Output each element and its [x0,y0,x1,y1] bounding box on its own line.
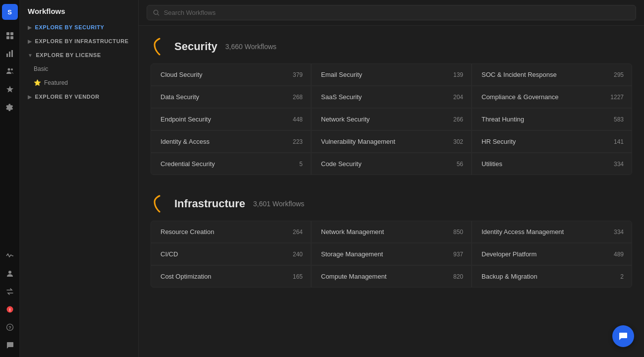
category-name: SOC & Incident Response [482,71,557,78]
category-item[interactable]: Vulnerability Management302 [312,131,471,152]
security-section-icon [151,38,168,56]
category-name: Data Security [161,93,199,101]
sidebar-section-license-label: EXPLORE BY LICENSE [36,52,101,58]
category-item[interactable]: Developer Platform489 [472,243,632,265]
category-item[interactable]: Email Security139 [312,64,471,85]
activity-icon[interactable] [2,248,18,264]
svg-point-11 [8,271,11,274]
svg-text:?: ? [8,325,11,330]
category-name: Resource Creation [161,228,214,236]
category-count: 2 [620,273,624,280]
category-item[interactable]: Code Security56 [312,153,471,175]
chat-nav-icon[interactable] [2,337,18,353]
category-name: Storage Management [321,250,383,258]
category-count: 379 [293,71,303,78]
category-item[interactable]: Utilities334 [472,153,632,175]
category-count: 268 [293,94,303,101]
category-item[interactable]: Network Security266 [312,109,471,130]
svg-rect-5 [9,52,10,57]
sidebar-explore-by-vendor[interactable]: ▶ EXPLORE BY VENDOR [20,90,138,104]
help-icon[interactable]: ? [2,319,18,335]
settings-nav-icon[interactable] [2,99,18,115]
chat-fab-icon [618,331,628,341]
svg-rect-6 [11,50,13,57]
category-item[interactable]: Credential Security5 [151,153,311,175]
search-bar [139,0,644,26]
category-count: 5 [299,161,303,168]
category-name: HR Security [482,138,516,145]
category-count: 165 [293,273,303,280]
search-wrapper[interactable] [147,5,636,20]
category-count: 583 [614,116,624,123]
sidebar-section-license: ▼ EXPLORE BY LICENSE Basic ⭐ Featured [20,48,138,90]
category-item[interactable]: Threat Hunting583 [472,109,632,130]
category-item[interactable]: Resource Creation264 [151,221,311,242]
content-scroll[interactable]: Security 3,660 Workflows Cloud Security3… [139,26,644,357]
security-section: Security 3,660 Workflows Cloud Security3… [151,38,632,175]
sidebar-explore-by-security[interactable]: ▶ EXPLORE BY SECURITY [20,20,138,34]
svg-rect-3 [10,36,13,39]
chat-fab-button[interactable] [612,325,634,347]
star-nav-icon[interactable] [2,81,18,97]
category-item[interactable]: Network Management850 [312,221,471,242]
sidebar-section-security-label: EXPLORE BY SECURITY [35,24,105,30]
svg-rect-1 [10,32,13,35]
star-featured-icon: ⭐ [34,79,41,86]
alert-icon[interactable]: ! [2,301,18,317]
people-icon[interactable] [2,63,18,79]
chart-icon[interactable] [2,46,18,61]
security-title: Security [174,40,217,53]
security-category-grid: Cloud Security379Email Security139SOC & … [151,63,632,175]
category-name: Identity & Access [161,138,210,145]
sidebar-section-infrastructure-label: EXPLORE BY INFRASTRUCTURE [35,38,129,44]
category-item[interactable]: SOC & Incident Response295 [472,64,632,85]
svg-point-16 [154,10,158,14]
category-item[interactable]: Data Security268 [151,86,311,108]
chevron-icon: ▶ [28,25,32,30]
category-name: Cloud Security [161,71,203,78]
category-item[interactable]: Backup & Migration2 [472,266,632,287]
category-name: Vulnerability Management [321,138,395,145]
category-item[interactable]: Cloud Security379 [151,64,311,85]
chevron-license-icon: ▼ [28,53,33,58]
sidebar-item-featured[interactable]: ⭐ Featured [20,76,138,90]
category-name: Compute Management [321,273,386,280]
svg-text:!: ! [9,307,10,312]
security-count: 3,660 Workflows [225,43,276,51]
category-count: 448 [293,116,303,123]
category-item[interactable]: Compute Management820 [312,266,471,287]
category-item[interactable]: Cost Optimization165 [151,266,311,287]
category-item[interactable]: Identity & Access223 [151,131,311,152]
category-name: Backup & Migration [482,273,537,280]
category-item[interactable]: Endpoint Security448 [151,109,311,130]
category-name: Credential Security [161,160,215,168]
category-count: 223 [293,138,303,145]
category-item[interactable]: HR Security141 [472,131,632,152]
category-item[interactable]: Identity Access Management334 [472,221,632,242]
main-content: Security 3,660 Workflows Cloud Security3… [139,0,644,357]
category-name: Compliance & Governance [482,93,558,101]
category-name: Identity Access Management [482,228,564,236]
svg-rect-2 [6,36,9,39]
infrastructure-title: Infrastructure [174,197,245,210]
category-item[interactable]: CI/CD240 [151,243,311,265]
category-name: Utilities [482,160,502,168]
transfer-icon[interactable] [2,284,18,299]
category-item[interactable]: SaaS Security204 [312,86,471,108]
category-count: 334 [614,161,624,168]
category-name: CI/CD [161,250,178,258]
sidebar-explore-by-license[interactable]: ▼ EXPLORE BY LICENSE [20,48,138,62]
category-item[interactable]: Compliance & Governance1227 [472,86,632,108]
svg-rect-0 [6,32,9,35]
user-icon[interactable] [2,266,18,282]
category-name: Cost Optimization [161,273,212,280]
category-count: 820 [453,273,463,280]
logo-icon[interactable]: S [2,4,18,20]
chevron-infra-icon: ▶ [28,39,32,44]
search-input[interactable] [164,9,630,16]
sidebar-item-basic[interactable]: Basic [20,62,138,76]
category-name: Developer Platform [482,250,537,258]
category-item[interactable]: Storage Management937 [312,243,471,265]
sidebar-explore-by-infrastructure[interactable]: ▶ EXPLORE BY INFRASTRUCTURE [20,34,138,48]
grid-icon[interactable] [2,28,18,44]
